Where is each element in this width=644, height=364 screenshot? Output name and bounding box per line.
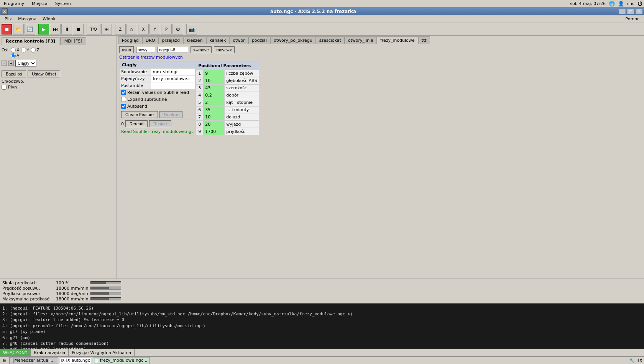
speed-mode-select[interactable]: Ciągły bbox=[15, 60, 36, 67]
reload-button[interactable]: 🔄 bbox=[25, 24, 35, 34]
taskbar-icon-auto: IX bbox=[61, 358, 65, 362]
ftab-dro[interactable]: DRO bbox=[142, 36, 159, 44]
p-button[interactable]: P bbox=[161, 24, 172, 34]
ngcgui-input[interactable] bbox=[158, 47, 188, 53]
step-button[interactable]: ⏭ bbox=[50, 24, 61, 34]
taskbar-item-frezy[interactable]: 📄 frezy_modulowe.ngc ... bbox=[93, 357, 150, 364]
posuw2-label: Prędkość posuwu: bbox=[2, 291, 56, 296]
param-val[interactable]: 2 bbox=[204, 99, 225, 106]
minimize-button[interactable]: _ bbox=[619, 9, 626, 14]
tab-mdi[interactable]: MDI [F5] bbox=[60, 37, 87, 45]
max-value: 18000 mm/min bbox=[56, 297, 90, 302]
ftab-podglad[interactable]: Podgląd bbox=[118, 36, 142, 44]
menu-help[interactable]: Pomoc bbox=[623, 16, 642, 22]
sondowanie-label: Sondowanie bbox=[120, 69, 151, 75]
taskbar-item-manager[interactable]: [Menedżer aktuali... bbox=[9, 357, 58, 364]
x-button[interactable]: X bbox=[138, 24, 149, 34]
param-num: 3 bbox=[196, 84, 204, 92]
ftab-kieszen[interactable]: kieszen bbox=[183, 36, 206, 44]
param-val[interactable]: 20 bbox=[204, 121, 225, 128]
param-val[interactable]: 10 bbox=[204, 113, 225, 121]
menu-plik[interactable]: Plik bbox=[2, 16, 15, 22]
open-file-button[interactable]: 📂 bbox=[13, 24, 24, 34]
home-button[interactable]: ⌂ bbox=[127, 24, 137, 34]
touch-off-button[interactable]: T/O bbox=[87, 24, 100, 34]
param-num: 1 bbox=[196, 70, 204, 77]
new-input[interactable] bbox=[136, 47, 155, 53]
retain-checkbox[interactable]: Retain values on Subfile read bbox=[121, 90, 194, 95]
cam-button[interactable]: 📷 bbox=[186, 24, 197, 34]
reread-button[interactable]: Reread bbox=[125, 120, 148, 127]
power-icon[interactable]: ⏻ bbox=[637, 1, 642, 7]
ftab-kanalek[interactable]: kanalek bbox=[206, 36, 230, 44]
param-val[interactable]: 35 bbox=[204, 106, 225, 113]
plyn-checkbox[interactable]: Płyn bbox=[2, 85, 115, 90]
status-pozycja: Pozycja: Względna Aktualna bbox=[69, 349, 135, 356]
ftab-szesciokat[interactable]: szesciokat bbox=[316, 36, 345, 44]
system-menu[interactable]: System bbox=[53, 0, 73, 7]
plyn-input[interactable] bbox=[2, 85, 7, 90]
y-button[interactable]: Y bbox=[150, 24, 160, 34]
programs-menu[interactable]: Programy bbox=[2, 0, 26, 7]
ftab-frezy-modulowe[interactable]: frezy_modulowe bbox=[377, 36, 418, 44]
speed-minus-btn[interactable]: - bbox=[2, 61, 7, 66]
stop-button[interactable]: ⏹ bbox=[73, 24, 84, 34]
param-desc: liczba zębów bbox=[225, 70, 259, 77]
autosend-checkbox[interactable]: Autosend bbox=[121, 104, 194, 109]
param-val[interactable]: 10 bbox=[204, 77, 225, 84]
params-area: Ciągły Sondowanie mm_std.ngc Pojedyńczy … bbox=[119, 61, 642, 135]
menu-maszyna[interactable]: Maszyna bbox=[15, 16, 39, 22]
ftab-otwor[interactable]: otwor bbox=[229, 36, 248, 44]
expand-label: Expand subroutine bbox=[127, 97, 167, 102]
gcode-output[interactable]: 1: (ngcgui: FEATURE 130504:06.50.26)2: (… bbox=[0, 303, 644, 349]
taskbar-item-auto[interactable]: IX IX auto.ngc bbox=[60, 357, 91, 364]
create-finalize-row: Create Feature Finalize bbox=[121, 111, 194, 118]
param-val[interactable]: 1700 bbox=[204, 128, 225, 135]
radio-y[interactable]: Y bbox=[21, 48, 30, 52]
pojedynczy-val[interactable]: frezy_modulowe.r bbox=[151, 75, 196, 82]
param-num: 4 bbox=[196, 92, 204, 99]
expand-input[interactable] bbox=[121, 97, 126, 102]
toggle-button[interactable]: ⊞ bbox=[101, 24, 112, 34]
pause-button[interactable]: ⏸ bbox=[61, 24, 72, 34]
radio-z[interactable]: Z bbox=[31, 48, 39, 52]
menu-widok[interactable]: Widok bbox=[39, 16, 59, 22]
move-right-button[interactable]: move--> bbox=[214, 46, 235, 53]
delete-button[interactable]: usun bbox=[119, 46, 134, 53]
retain-input[interactable] bbox=[121, 90, 126, 95]
ftab-podzial[interactable]: podzial bbox=[248, 36, 270, 44]
finalize-button[interactable]: Finalize bbox=[159, 111, 182, 118]
ftab-ttt[interactable]: ttt bbox=[418, 36, 430, 44]
z-touch-button[interactable]: Z bbox=[115, 24, 126, 34]
close-button[interactable]: ✕ bbox=[636, 9, 642, 14]
speed-plus-btn[interactable]: + bbox=[8, 61, 14, 66]
expand-checkbox[interactable]: Expand subroutine bbox=[121, 97, 194, 102]
param-val[interactable]: 0.2 bbox=[204, 92, 225, 99]
restart-button[interactable]: Restart bbox=[149, 120, 171, 127]
radio-a[interactable]: A bbox=[11, 53, 20, 58]
maximize-button[interactable]: □ bbox=[627, 9, 634, 14]
postamble-val[interactable] bbox=[151, 82, 196, 89]
taskbar-end-icon: IX bbox=[638, 358, 642, 363]
posuw1-label: Prędkość posuwu: bbox=[2, 286, 56, 291]
create-feature-button[interactable]: Create Feature bbox=[121, 111, 158, 118]
estop-button[interactable]: ⏹ bbox=[2, 24, 12, 34]
posuw1-bar-fill bbox=[91, 287, 109, 289]
autosend-input[interactable] bbox=[121, 104, 126, 109]
ftab-otwory-linia[interactable]: otwory_linia bbox=[345, 36, 377, 44]
tab-manual-control[interactable]: Ręczna kontrola [F3] bbox=[2, 37, 59, 45]
max-bar-fill bbox=[91, 298, 109, 300]
sondowanie-val[interactable]: mm_std.ngc bbox=[151, 69, 196, 75]
ustaw-offset-button[interactable]: Ustaw Offset bbox=[28, 71, 60, 77]
move-left-button[interactable]: <--move bbox=[191, 46, 212, 53]
radio-x[interactable]: X bbox=[11, 48, 20, 52]
positional-table: Positional Parameters 1 9 liczba zębów 2… bbox=[196, 61, 259, 135]
ftab-przejazd[interactable]: przejazd bbox=[159, 36, 184, 44]
param-val[interactable]: 43 bbox=[204, 84, 225, 92]
bazuj-os-button[interactable]: Bazuj oś bbox=[2, 71, 26, 77]
run-button[interactable]: ▶ bbox=[38, 24, 49, 34]
param-val[interactable]: 9 bbox=[204, 70, 225, 77]
r-button[interactable]: ⚙ bbox=[172, 24, 183, 34]
ftab-otwory-po-okregu[interactable]: otwory_po_okregu bbox=[270, 36, 316, 44]
places-menu[interactable]: Miejsca bbox=[30, 0, 50, 7]
